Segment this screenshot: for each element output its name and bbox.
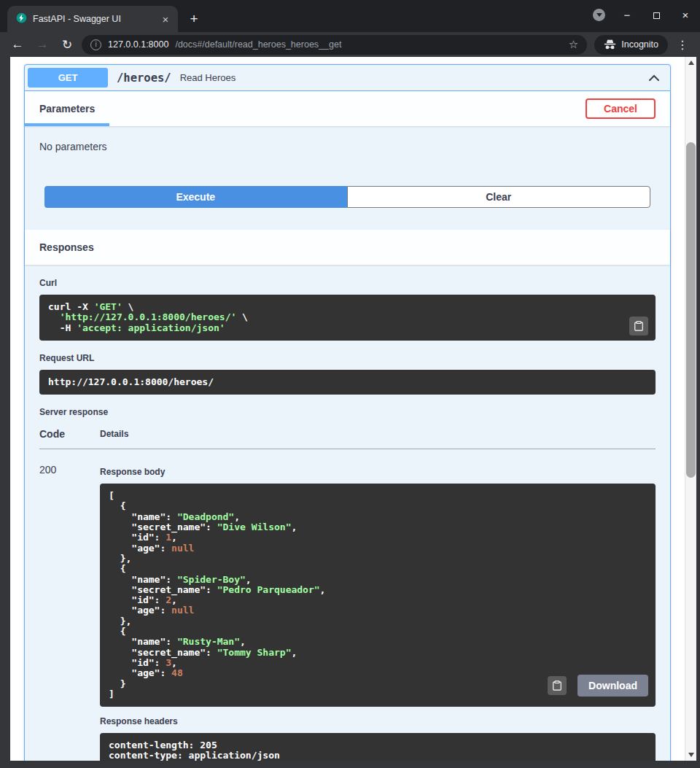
response-headers-label: Response headers: [100, 716, 656, 726]
window-controls: − ×: [593, 0, 693, 29]
tab-strip: FastAPI - Swagger UI × + − ×: [0, 0, 700, 32]
responses-title: Responses: [39, 241, 94, 253]
clipboard-icon: [552, 680, 562, 691]
responses-body: Curl curl -X 'GET' \ 'http://127.0.0.1:8…: [25, 265, 670, 761]
maximize-icon[interactable]: [649, 9, 664, 21]
cancel-button[interactable]: Cancel: [586, 98, 656, 119]
response-body-json: [ { "name": "Deadpond", "secret_name": "…: [109, 491, 647, 699]
close-window-icon[interactable]: ×: [678, 9, 693, 21]
status-code: 200: [39, 449, 100, 761]
parameters-title: Parameters: [39, 103, 95, 115]
maximize-square: [653, 12, 660, 19]
address-bar[interactable]: i 127.0.0.1:8000/docs#/default/read_hero…: [82, 35, 587, 55]
method-badge: GET: [28, 68, 108, 88]
copy-response-button[interactable]: [548, 676, 567, 695]
browser-tab[interactable]: FastAPI - Swagger UI ×: [7, 6, 178, 32]
curl-label: Curl: [39, 278, 656, 288]
opblock-get-heroes: GET /heroes/ Read Heroes Parameters Canc…: [24, 64, 671, 761]
forward-icon[interactable]: →: [32, 34, 52, 55]
collapse-chevron-icon[interactable]: [647, 71, 661, 85]
browser-body: GET /heroes/ Read Heroes Parameters Canc…: [0, 57, 700, 768]
endpoint-path: /heroes/: [117, 71, 171, 85]
incognito-badge: Incognito: [594, 35, 668, 55]
page-scrollbar[interactable]: [685, 57, 696, 761]
request-url-label: Request URL: [39, 353, 656, 363]
server-response-table: Code Details 200 Response body: [39, 424, 656, 761]
back-icon[interactable]: ←: [7, 34, 28, 55]
page-viewport: GET /heroes/ Read Heroes Parameters Canc…: [10, 57, 685, 761]
chevron-down-icon: [596, 13, 602, 17]
incognito-label: Incognito: [621, 39, 658, 50]
scroll-down-icon[interactable]: [685, 749, 696, 761]
reload-icon[interactable]: ↻: [57, 34, 77, 55]
endpoint-summary: Read Heroes: [180, 72, 236, 83]
response-body-actions: Download: [548, 675, 648, 697]
url-path: /docs#/default/read_heroes_heroes__get: [175, 39, 561, 50]
scrollbar-thumb[interactable]: [686, 142, 696, 478]
code-column-header: Code: [39, 424, 100, 449]
minimize-icon[interactable]: −: [620, 9, 634, 21]
menu-icon[interactable]: ⋮: [672, 34, 693, 55]
scroll-up-icon[interactable]: [685, 57, 696, 69]
incognito-icon: [604, 39, 616, 50]
bookmark-star-icon[interactable]: ☆: [569, 38, 578, 51]
response-headers-text: content-length: 205content-type: applica…: [109, 740, 647, 761]
clear-button[interactable]: Clear: [347, 186, 651, 208]
download-button[interactable]: Download: [578, 675, 648, 697]
browser-toolbar: ← → ↻ i 127.0.0.1:8000/docs#/default/rea…: [0, 32, 700, 57]
responses-header: Responses: [25, 230, 670, 265]
swagger-page: GET /heroes/ Read Heroes Parameters Canc…: [10, 57, 685, 761]
opblock-summary[interactable]: GET /heroes/ Read Heroes: [25, 65, 670, 91]
request-url-text: http://127.0.0.1:8000/heroes/: [48, 377, 647, 387]
parameters-body: No parameters Execute Clear: [25, 126, 670, 208]
no-parameters-message: No parameters: [39, 139, 656, 186]
new-tab-button[interactable]: +: [184, 9, 204, 29]
response-body-block: [ { "name": "Deadpond", "secret_name": "…: [100, 484, 656, 707]
clipboard-icon: [634, 321, 644, 331]
fastapi-favicon-icon: [16, 12, 27, 26]
curl-command-text: curl -X 'GET' \ 'http://127.0.0.1:8000/h…: [48, 302, 647, 333]
tab-title: FastAPI - Swagger UI: [33, 14, 153, 24]
page-info-icon[interactable]: i: [90, 39, 101, 50]
server-response-label: Server response: [39, 407, 656, 417]
copy-curl-button[interactable]: [629, 317, 648, 335]
execute-button[interactable]: Execute: [44, 186, 347, 208]
browser-window: FastAPI - Swagger UI × + − × ← → ↻ i 127…: [0, 0, 700, 768]
tab-close-icon[interactable]: ×: [159, 12, 172, 26]
response-body-label: Response body: [100, 467, 656, 477]
curl-command-block: curl -X 'GET' \ 'http://127.0.0.1:8000/h…: [39, 295, 656, 341]
details-column-header: Details: [100, 424, 656, 449]
request-url-block: http://127.0.0.1:8000/heroes/: [39, 370, 656, 395]
tab-parameters: Parameters: [25, 91, 109, 126]
response-row: 200 Response body [ { "name": "Deadpond"…: [39, 449, 656, 761]
tab-search-icon[interactable]: [593, 9, 605, 21]
response-headers-block: content-length: 205content-type: applica…: [100, 733, 656, 761]
execute-row: Execute Clear: [44, 186, 650, 208]
parameters-header: Parameters Cancel: [25, 91, 670, 126]
response-details-cell: Response body [ { "name": "Deadpond", "s…: [100, 449, 656, 761]
url-host: 127.0.0.1:8000: [108, 39, 168, 50]
